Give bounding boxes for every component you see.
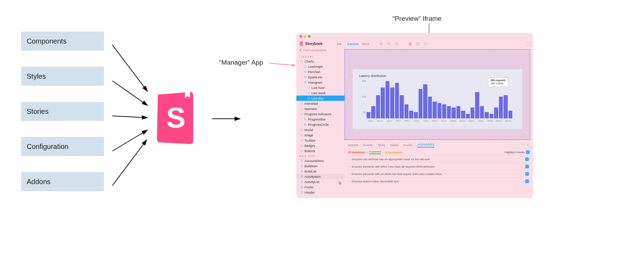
sidebar-item[interactable]: Last day [296, 96, 344, 101]
chart-title: Latency distribution [359, 74, 516, 78]
sidebar-item[interactable]: Last hour [296, 85, 344, 90]
minimize-window-icon[interactable] [304, 35, 306, 38]
sidebar-item[interactable]: Tooltips [296, 138, 344, 143]
sidebar-item[interactable]: BuildItem [296, 163, 344, 169]
sidebar-item[interactable]: ActivityItem [296, 174, 344, 179]
svg-rect-17 [301, 181, 303, 183]
close-window-icon[interactable] [300, 35, 302, 38]
a11y-row-checkbox[interactable]: ✓ [525, 165, 529, 168]
sidebar-section-library: LIBRARY [296, 54, 344, 59]
addon-tab-accessibility[interactable]: Accessibility [417, 143, 434, 148]
preview-iframe-label: “Preview” Iframe [393, 15, 441, 22]
incomplete-count[interactable]: 0 incomplete [386, 151, 403, 154]
sidebar-item-label: Modal [304, 128, 313, 132]
histogram-bar [390, 87, 394, 118]
fullscreen-icon[interactable] [526, 42, 530, 46]
zoom-reset-icon[interactable] [395, 42, 399, 46]
sidebar-item[interactable]: Modal [296, 127, 344, 132]
a11y-row[interactable]: ›Ensures elements with ARIA roles have a… [347, 163, 531, 170]
zoom-out-icon[interactable] [387, 42, 391, 46]
x-axis-ticks: 10ms20ms30ms40ms50ms60ms70ms80ms90ms100m… [359, 120, 516, 122]
histogram-bar [456, 106, 460, 118]
a11y-row[interactable]: ›Ensures role attribute has an appropria… [347, 155, 531, 163]
sidebar-item[interactable]: PieChart [296, 69, 344, 74]
tab-canvas[interactable]: Canvas [347, 42, 359, 46]
histogram-bar [423, 84, 427, 118]
sidebar-item[interactable]: Buttons [296, 148, 344, 154]
histogram-bar [386, 81, 389, 118]
svg-rect-7 [304, 82, 306, 83]
sidebar-item[interactable]: Image [296, 132, 344, 138]
sidebar-item[interactable]: Footer [296, 184, 344, 190]
search-input[interactable]: Find component [299, 48, 342, 52]
sidebar-item-label: Last day [311, 97, 323, 100]
input-label: Addons [27, 178, 51, 186]
x-tick: 50ms [403, 120, 412, 122]
grid-icon[interactable] [408, 42, 412, 46]
a11y-row[interactable]: ›Ensures buttons have discernible text✓ [347, 177, 531, 185]
a11y-row[interactable]: ›Ensures elements with an ARIA role that… [347, 170, 531, 177]
violations-count[interactable]: 20 violations [348, 151, 365, 154]
x-tick: 120ms [467, 120, 476, 122]
viewport-icon[interactable] [423, 42, 428, 46]
sidebar-item[interactable]: Charts [296, 59, 344, 64]
svg-rect-13 [301, 160, 303, 162]
sidebar-item[interactable]: Last week [296, 90, 344, 96]
sidebar-item[interactable]: Spinners [296, 106, 344, 111]
chevron-right-icon: › [349, 172, 350, 176]
svg-rect-24 [410, 43, 411, 44]
sidebar-item-label: PieChart [308, 70, 320, 74]
histogram-bar [400, 95, 403, 118]
histogram-bar [395, 83, 399, 118]
sidebar-item[interactable]: ProgressBar [296, 117, 344, 122]
sidebar-item[interactable]: Badges [296, 143, 344, 148]
highlight-results-checkbox[interactable]: ✓ [526, 150, 530, 154]
maximize-window-icon[interactable] [308, 35, 310, 38]
input-box-addons: Addons [21, 172, 104, 191]
sidebar-item[interactable]: Interstitial [296, 101, 344, 106]
x-tick: 70ms [421, 120, 430, 122]
addon-tab-knobs[interactable]: Knobs [403, 143, 413, 147]
addon-tab-events[interactable]: Events [363, 143, 373, 147]
sidebar-item[interactable]: ActivityList [296, 179, 344, 184]
x-tick: 60ms [412, 120, 421, 122]
histogram-bar [452, 108, 455, 118]
histogram-bar [438, 103, 441, 118]
close-icon[interactable] [526, 143, 530, 147]
sidebar: S Storybook ••• Find component LIBRARY C… [296, 39, 344, 198]
input-label: Configuration [27, 143, 68, 151]
svg-rect-27 [416, 43, 419, 45]
histogram-bar [447, 106, 451, 118]
sidebar-item[interactable]: LineGraph [296, 64, 344, 69]
svg-rect-10 [308, 97, 310, 99]
sidebar-item-label: Badges [304, 144, 315, 148]
svg-rect-19 [301, 191, 303, 193]
a11y-row-checkbox[interactable]: ✓ [525, 172, 529, 176]
x-tick: 30ms [385, 120, 393, 122]
background-icon[interactable] [416, 42, 420, 46]
svg-text:S: S [301, 43, 302, 45]
a11y-row-checkbox[interactable]: ✓ [525, 157, 529, 161]
sidebar-item[interactable]: Header [296, 190, 344, 195]
sidebar-item-label: Charts [304, 60, 314, 63]
sidebar-item[interactable]: Histogram [296, 80, 344, 85]
addon-tab-story[interactable]: Story [378, 143, 385, 147]
zoom-in-icon[interactable] [379, 42, 383, 46]
svg-rect-6 [304, 76, 306, 78]
a11y-row-label: Ensures elements with an ARIA role that … [352, 172, 442, 176]
sidebar-item[interactable]: BuildList [296, 169, 344, 174]
svg-rect-15 [301, 170, 303, 172]
cursor-pointer-icon [339, 181, 342, 185]
tab-docs[interactable]: Docs [362, 42, 369, 46]
addon-tab-actions[interactable]: Actions [348, 143, 359, 147]
a11y-row-checkbox[interactable]: ✓ [525, 180, 529, 183]
sidebar-item[interactable]: SparkLine [296, 74, 344, 80]
sidebar-item[interactable]: Progress indicators [296, 111, 344, 117]
sidebar-menu-button[interactable]: ••• [337, 42, 342, 46]
expand-icon[interactable] [521, 143, 524, 147]
passed-count[interactable]: 4 passed [369, 150, 381, 154]
highlight-results-label: Highlight results [505, 151, 525, 154]
addon-tab-notes[interactable]: Notes [390, 143, 399, 147]
sidebar-item[interactable]: AccountMenu [296, 158, 344, 163]
sidebar-item[interactable]: ProgressCircle [296, 122, 344, 127]
